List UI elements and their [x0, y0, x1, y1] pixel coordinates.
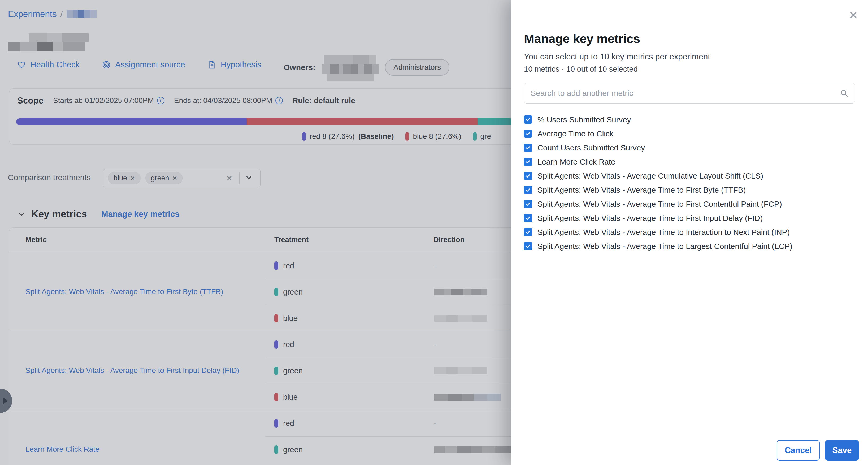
modal-title: Manage key metrics [524, 31, 640, 46]
checkbox-checked-icon[interactable] [524, 144, 532, 152]
checkbox-checked-icon[interactable] [524, 129, 532, 138]
search-icon [840, 89, 848, 97]
cancel-button[interactable]: Cancel [777, 440, 820, 461]
metric-option[interactable]: Split Agents: Web Vitals - Average Time … [524, 211, 858, 225]
metric-option[interactable]: Split Agents: Web Vitals - Average Time … [524, 225, 858, 239]
metric-option[interactable]: Count Users Submitted Survey [524, 141, 858, 155]
metric-search-box [524, 83, 855, 104]
metric-option[interactable]: Average Time to Click [524, 126, 858, 141]
checkbox-checked-icon[interactable] [524, 186, 532, 194]
metric-option[interactable]: Split Agents: Web Vitals - Average Time … [524, 183, 858, 197]
checkbox-checked-icon[interactable] [524, 200, 532, 208]
metrics-count-line: 10 metrics · 10 out of 10 selected [524, 65, 638, 74]
checkbox-checked-icon[interactable] [524, 242, 532, 250]
close-icon[interactable]: × [849, 8, 858, 22]
metric-option[interactable]: % Users Submitted Survey [524, 113, 858, 126]
metric-option[interactable]: Split Agents: Web Vitals - Average Time … [524, 197, 858, 211]
metric-option[interactable]: Split Agents: Web Vitals - Average Cumul… [524, 169, 858, 183]
checkbox-checked-icon[interactable] [524, 158, 532, 166]
save-button[interactable]: Save [825, 440, 859, 461]
metric-search-input[interactable] [531, 89, 840, 98]
checkbox-checked-icon[interactable] [524, 115, 532, 124]
app-screen: Experiments / Health Check Assignment so… [0, 0, 868, 465]
checkbox-checked-icon[interactable] [524, 228, 532, 236]
checkbox-checked-icon[interactable] [524, 172, 532, 180]
metric-option[interactable]: Learn More Click Rate [524, 155, 858, 169]
modal-footer: Cancel Save [511, 436, 868, 465]
metric-option[interactable]: Split Agents: Web Vitals - Average Time … [524, 239, 858, 253]
modal-subtitle: You can select up to 10 key metrics per … [524, 52, 710, 62]
checkbox-checked-icon[interactable] [524, 214, 532, 222]
metric-checkbox-list: % Users Submitted Survey Average Time to… [524, 113, 858, 253]
manage-key-metrics-modal: × Manage key metrics You can select up t… [511, 0, 868, 465]
